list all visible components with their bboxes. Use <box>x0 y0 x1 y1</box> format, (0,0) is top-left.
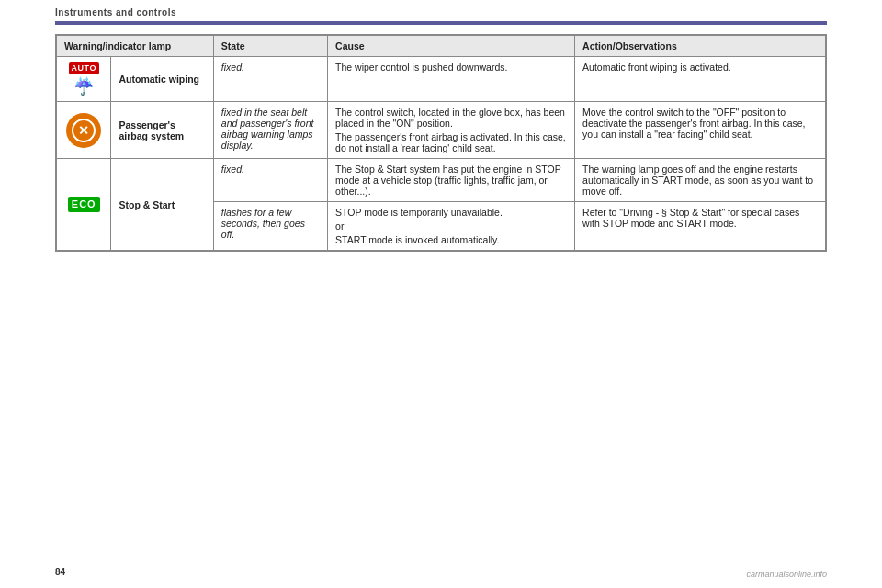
cause-airbag-p1: The control switch, located in the glove… <box>335 107 567 129</box>
main-table-container: Warning/indicator lamp State Cause Actio… <box>55 34 827 252</box>
label-auto-wiper: Automatic wiping <box>111 57 213 102</box>
icon-cell-airbag: ✕ <box>57 102 111 159</box>
label-stop-start: Stop & Start <box>111 159 213 251</box>
airbag-icon: ✕ <box>66 113 101 148</box>
action-eco-2: Refer to "Driving - § Stop & Start" for … <box>575 202 826 251</box>
cause-eco-1: The Stop & Start system has put the engi… <box>328 159 575 202</box>
state-eco-2: flashes for a few seconds, then goes off… <box>213 202 327 251</box>
warning-table: Warning/indicator lamp State Cause Actio… <box>56 35 826 251</box>
header-title: Instruments and controls <box>55 7 176 17</box>
icon-cell-eco: ECO <box>57 159 111 251</box>
icon-cell-auto-wiper: AUTO ☔ <box>57 57 111 102</box>
header-line <box>55 21 827 25</box>
airbag-inner: ✕ <box>72 119 96 142</box>
cause-airbag: The control switch, located in the glove… <box>328 102 575 159</box>
label-airbag: Passenger's airbag system <box>111 102 213 159</box>
table-header-row: Warning/indicator lamp State Cause Actio… <box>57 36 826 57</box>
eco-icon: ECO <box>68 197 100 212</box>
cause-eco-2: STOP mode is temporarily unavailable. or… <box>328 202 575 251</box>
col-warning-lamp: Warning/indicator lamp <box>57 36 214 57</box>
table-row-auto-wiper: AUTO ☔ Automatic wiping fixed. The wiper… <box>57 57 826 102</box>
action-auto-wiper: Automatic front wiping is activated. <box>575 57 826 102</box>
col-cause: Cause <box>328 36 575 57</box>
action-airbag: Move the control switch to the "OFF" pos… <box>575 102 826 159</box>
cause-airbag-p2: The passenger's front airbag is activate… <box>335 131 567 153</box>
cause-auto-wiper: The wiper control is pushed downwards. <box>328 57 575 102</box>
airbag-x-mark: ✕ <box>78 124 89 137</box>
page-number: 84 <box>55 567 65 577</box>
cause-eco-2-p2: or <box>335 220 567 232</box>
col-state: State <box>213 36 327 57</box>
action-eco-1: The warning lamp goes off and the engine… <box>575 159 826 202</box>
page-header: Instruments and controls <box>0 0 882 21</box>
state-eco-1: fixed. <box>213 159 327 202</box>
watermark: carmanualsonline.info <box>746 570 827 579</box>
table-row-eco-1: ECO Stop & Start fixed. The Stop & Start… <box>57 159 826 202</box>
state-auto-wiper: fixed. <box>213 57 327 102</box>
table-row-airbag: ✕ Passenger's airbag system fixed in the… <box>57 102 826 159</box>
cause-eco-2-p3: START mode is invoked automatically. <box>335 234 567 245</box>
state-airbag: fixed in the seat belt and passenger's f… <box>213 102 327 159</box>
auto-icon: AUTO <box>69 62 99 74</box>
wiper-icon: ☔ <box>64 76 103 96</box>
col-action: Action/Observations <box>575 36 826 57</box>
cause-eco-2-p1: STOP mode is temporarily unavailable. <box>335 207 567 218</box>
